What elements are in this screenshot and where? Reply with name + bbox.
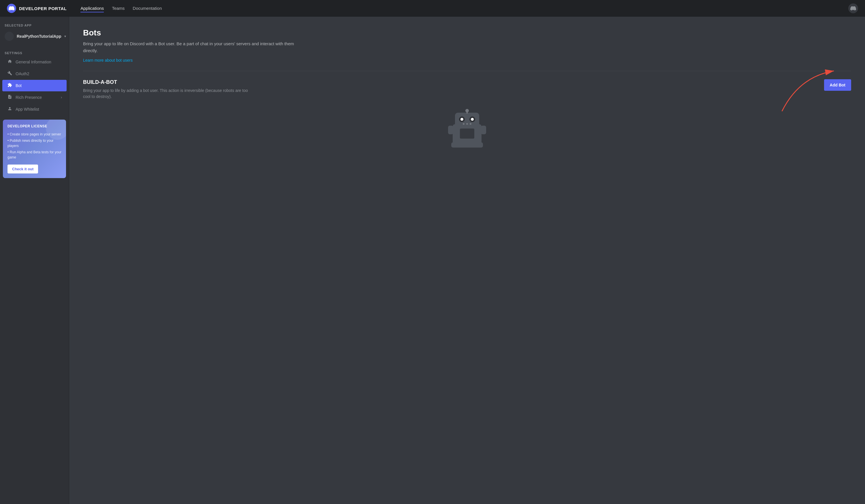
svg-point-9 [463, 123, 464, 125]
build-a-bot-left: BUILD-A-BOT Bring your app to life by ad… [83, 79, 818, 100]
dev-license-bullet-1: Create store pages in your server [8, 131, 61, 138]
robot-visual-area [83, 105, 851, 152]
puzzle-icon [7, 83, 13, 89]
rich-presence-chevron-icon: › [61, 95, 62, 99]
sidebar: SELECTED APP RealPythonTutorialApp ▾ SET… [0, 17, 69, 504]
layout: SELECTED APP RealPythonTutorialApp ▾ SET… [0, 17, 865, 504]
sidebar-label-app-whitelist: App Whitelist [15, 107, 62, 112]
dev-license-bullet-2: Publish news directly to your players [8, 138, 61, 149]
person-icon [7, 106, 13, 112]
selected-app-label: SELECTED APP [0, 24, 69, 30]
app-name: RealPythonTutorialApp [17, 34, 61, 39]
brand-title: DEVELOPER PORTAL [19, 6, 67, 11]
build-a-bot-title: BUILD-A-BOT [83, 79, 818, 85]
topnav-links: Applications Teams Documentation [80, 4, 162, 12]
sidebar-label-bot: Bot [15, 83, 62, 88]
main-content: Bots Bring your app to life on Discord w… [69, 17, 865, 504]
svg-point-7 [460, 118, 463, 121]
bots-description: Bring your app to life on Discord with a… [83, 40, 308, 54]
wrench-icon [7, 71, 13, 77]
document-icon [7, 94, 13, 100]
settings-section-label: SETTINGS [0, 49, 69, 56]
svg-rect-13 [451, 142, 483, 148]
add-bot-row: BUILD-A-BOT Bring your app to life by ad… [83, 79, 851, 100]
sidebar-item-app-whitelist[interactable]: App Whitelist [2, 104, 67, 115]
sidebar-label-rich-presence: Rich Presence [15, 95, 58, 100]
dev-license-bullet-3: Run Alpha and Beta tests for your game [8, 149, 61, 161]
svg-point-11 [470, 123, 471, 125]
sidebar-item-oauth2[interactable]: OAuth2 [2, 68, 67, 80]
dev-license-title: DEVELOPER LICENSE [8, 124, 61, 128]
sidebar-item-bot[interactable]: Bot [2, 80, 67, 91]
sidebar-label-general-information: General Information [15, 60, 62, 64]
sidebar-item-general-information[interactable]: General Information [2, 56, 67, 68]
build-a-bot-section: BUILD-A-BOT Bring your app to life by ad… [83, 79, 851, 152]
dev-license-card: DEVELOPER LICENSE Create store pages in … [3, 120, 66, 178]
dev-license-list: Create store pages in your server Publis… [8, 131, 61, 161]
app-selector[interactable]: RealPythonTutorialApp ▾ [0, 30, 69, 43]
app-avatar-icon [4, 32, 14, 41]
svg-rect-12 [460, 129, 474, 139]
sidebar-label-oauth2: OAuth2 [15, 71, 62, 76]
brand: DEVELOPER PORTAL [7, 4, 67, 13]
discord-icon [7, 4, 16, 13]
build-a-bot-description: Bring your app to life by adding a bot u… [83, 87, 256, 100]
home-icon [7, 59, 13, 65]
svg-rect-2 [455, 113, 479, 127]
nav-documentation[interactable]: Documentation [132, 4, 162, 12]
bots-title: Bots [83, 28, 851, 37]
learn-more-link[interactable]: Learn more about bot users [83, 58, 132, 62]
robot-image [444, 105, 490, 152]
svg-rect-15 [481, 126, 486, 134]
nav-teams[interactable]: Teams [112, 4, 125, 12]
topnav: DEVELOPER PORTAL Applications Teams Docu… [0, 0, 865, 17]
svg-point-10 [466, 123, 468, 125]
svg-rect-14 [448, 126, 453, 134]
nav-applications[interactable]: Applications [80, 4, 104, 12]
add-bot-button[interactable]: Add Bot [824, 79, 851, 91]
check-it-out-button[interactable]: Check it out [8, 165, 38, 174]
svg-point-8 [471, 118, 474, 121]
chevron-down-icon: ▾ [64, 34, 66, 38]
svg-rect-4 [466, 110, 468, 114]
sidebar-item-rich-presence[interactable]: Rich Presence › [2, 92, 67, 103]
user-avatar[interactable] [848, 3, 858, 13]
